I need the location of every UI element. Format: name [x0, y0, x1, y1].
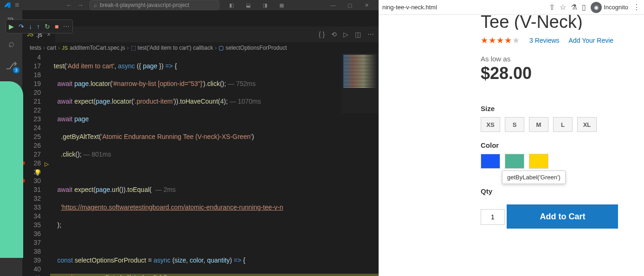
var-icon: ▢ — [219, 45, 224, 51]
step-over-icon[interactable]: ↷ — [19, 23, 24, 30]
bc-file[interactable]: addItemToCart.spec.js — [70, 45, 125, 51]
more-icon[interactable]: ⋯ — [367, 31, 374, 38]
size-swatches: XS S M L XL — [481, 117, 644, 132]
restart-icon[interactable]: ↻ — [45, 23, 50, 30]
incognito-label: Incognito — [604, 4, 628, 11]
code-content[interactable]: test('Add item to cart', async ({ page }… — [50, 53, 379, 276]
layout-bottom-icon[interactable]: ⬓ — [240, 2, 257, 8]
product-info: Tee (V-Neck) ★★★★★ 3 Reviews Add Your Re… — [379, 15, 644, 276]
close-button[interactable]: ✕ — [358, 2, 375, 8]
maximize-button[interactable]: ▢ — [341, 2, 358, 8]
js-icon: JS — [62, 45, 68, 51]
size-m[interactable]: M — [529, 117, 548, 132]
menu-dots-icon[interactable]: ⋮ — [633, 3, 640, 12]
bc-test[interactable]: test('Add item to cart') callback — [138, 45, 213, 51]
debug-toolbar[interactable]: ▶ ↷ ↓ ↑ ↻ ■ ⋯ — [6, 20, 73, 33]
braces-icon[interactable]: { } — [319, 31, 325, 38]
cube-icon: ⬚ — [131, 45, 136, 51]
add-to-cart-button[interactable]: Add to Cart — [507, 204, 618, 229]
price-label: As low as — [481, 55, 644, 63]
bc-fn[interactable]: selectOptionsForProduct — [225, 45, 287, 51]
incognito-icon: ◉ — [591, 2, 602, 13]
split-icon[interactable]: ◫ — [355, 31, 361, 38]
gutter: 4 1718192021222324252627 ▷28 💡29 30 3132… — [22, 53, 50, 276]
step-out-icon[interactable]: ↑ — [37, 23, 40, 30]
layout-left-icon[interactable]: ◧ — [223, 2, 240, 8]
code-editor[interactable]: 4 1718192021222324252627 ▷28 💡29 30 3132… — [22, 53, 379, 276]
tab-bar: JS .js × { } ⟲ ▷ ◫ ⋯ — [22, 26, 379, 43]
lightbulb-icon[interactable]: 💡 — [34, 168, 41, 177]
color-label: Color — [481, 141, 644, 149]
minimize-button[interactable]: — — [325, 2, 341, 8]
execution-pointer-icon: ▷ — [45, 160, 49, 169]
forward-button[interactable]: → — [75, 1, 86, 9]
qty-label: Qty — [481, 187, 644, 195]
rating-stars: ★★★★★ — [481, 35, 520, 46]
run-icon[interactable]: ⟲ — [331, 31, 337, 38]
flask-icon[interactable]: ⚗ — [571, 3, 577, 12]
layout-grid-icon[interactable]: ▦ — [273, 2, 290, 8]
step-into-icon[interactable]: ↓ — [29, 23, 32, 30]
editor-area: JS .js × { } ⟲ ▷ ◫ ⋯ tests› cart› JS add… — [22, 10, 379, 276]
size-xl[interactable]: XL — [577, 117, 597, 132]
rating-row: ★★★★★ 3 Reviews Add Your Revie — [481, 35, 644, 46]
color-green[interactable] — [505, 154, 524, 169]
browser-window: ning-tee-v-neck.html ⇪ ☆ ⚗ ▯ ◉ Incognito… — [379, 0, 644, 276]
editor-actions: { } ⟲ ▷ ◫ ⋯ — [314, 31, 379, 38]
continue-icon[interactable]: ▶ — [9, 23, 14, 30]
menu-icon[interactable]: ≡ — [15, 1, 24, 9]
vscode-window: ≡ ← → ⌕ break-it-playwright-javascript-p… — [0, 0, 379, 276]
size-s[interactable]: S — [505, 117, 524, 132]
bookmark-icon[interactable]: ☆ — [560, 3, 566, 12]
address-bar[interactable]: ning-tee-v-neck.html — [382, 4, 544, 11]
debug-more-icon[interactable]: ⋯ — [63, 23, 70, 30]
playwright-tooltip: getByLabel('Green') — [502, 171, 566, 184]
layout-right-icon[interactable]: ◨ — [257, 2, 273, 8]
size-l[interactable]: L — [553, 117, 573, 132]
product-title: Tee (V-Neck) — [481, 12, 644, 30]
color-yellow[interactable] — [529, 154, 548, 169]
reviews-link[interactable]: 3 Reviews — [529, 37, 560, 44]
breadcrumb[interactable]: tests› cart› JS addItemToCart.spec.js› ⬚… — [22, 43, 379, 53]
bc-cart[interactable]: cart — [47, 45, 56, 51]
minimap[interactable] — [341, 53, 379, 113]
extension-icon[interactable]: ▯ — [582, 3, 586, 12]
share-icon[interactable]: ⇪ — [549, 3, 555, 12]
search-activity-icon[interactable]: ⌕ — [0, 35, 22, 52]
add-review-link[interactable]: Add Your Revie — [569, 37, 614, 44]
qty-input[interactable] — [481, 209, 505, 225]
size-xs[interactable]: XS — [481, 117, 500, 132]
search-text: break-it-playwright-javascript-project — [100, 2, 189, 8]
scm-badge: 3 — [13, 67, 19, 73]
color-swatches: getByLabel('Green') — [481, 154, 644, 169]
search-icon: ⌕ — [94, 2, 97, 8]
product-image — [0, 81, 23, 258]
price: $28.00 — [481, 64, 644, 83]
play-icon[interactable]: ▷ — [343, 31, 348, 38]
incognito-badge[interactable]: ◉ Incognito — [591, 2, 628, 13]
titlebar: ≡ ← → ⌕ break-it-playwright-javascript-p… — [0, 0, 379, 10]
command-center[interactable]: ⌕ break-it-playwright-javascript-project — [90, 0, 219, 10]
size-label: Size — [481, 105, 644, 112]
back-button[interactable]: ← — [64, 1, 75, 9]
stop-icon[interactable]: ■ — [55, 23, 58, 30]
scm-icon[interactable]: ⎇3 — [0, 58, 22, 74]
vscode-logo-icon — [4, 1, 11, 9]
web-page: Tee (V-Neck) ★★★★★ 3 Reviews Add Your Re… — [379, 15, 644, 276]
bc-tests[interactable]: tests — [30, 45, 41, 51]
color-blue[interactable] — [481, 154, 500, 169]
